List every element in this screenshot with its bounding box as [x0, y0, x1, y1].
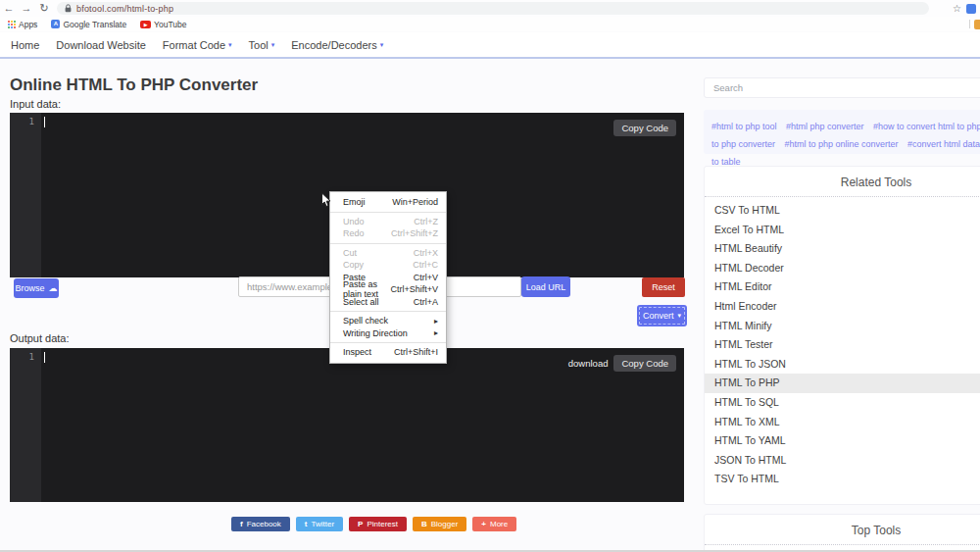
bookmark-youtube[interactable]: ▶ YouTube	[140, 20, 186, 29]
divider	[330, 342, 446, 343]
menu-label: Spell check	[343, 316, 388, 326]
twitter-bird-icon: t	[305, 520, 308, 528]
mouse-cursor-icon	[320, 192, 332, 209]
youtube-icon: ▶	[140, 21, 151, 28]
share-twitter-button[interactable]: t Twitter	[296, 517, 343, 531]
nav-format-code[interactable]: Format Code ▾	[163, 39, 232, 51]
divider	[330, 311, 446, 312]
nav-label: Encode/Decoders	[291, 39, 376, 51]
copy-code-button[interactable]: Copy Code	[613, 355, 676, 372]
translate-icon: A	[51, 20, 60, 28]
blogger-icon: B	[421, 520, 427, 528]
facebook-icon: f	[240, 520, 243, 528]
forward-icon[interactable]: →	[18, 0, 35, 17]
site-nav: Home Download Website Format Code ▾ Tool…	[0, 32, 980, 59]
share-facebook-button[interactable]: f Facebook	[231, 517, 290, 531]
chevron-down-icon: ▾	[271, 41, 275, 49]
tool-link-html-to-php[interactable]: HTML To PHP	[705, 374, 980, 393]
nav-label: Download Website	[56, 39, 146, 51]
download-button[interactable]: download	[568, 358, 609, 369]
share-label: Pinterest	[367, 520, 398, 528]
line-number-gutter: 1	[10, 113, 41, 277]
menu-item-undo: Undo Ctrl+Z	[330, 216, 446, 228]
tool-link-html-to-sql[interactable]: HTML To SQL	[705, 393, 980, 413]
extension-icon[interactable]	[966, 4, 976, 14]
tool-link-html-encoder[interactable]: Html Encoder	[705, 297, 980, 317]
share-label: Twitter	[311, 520, 334, 528]
tool-link-html-to-json[interactable]: HTML To JSON	[705, 355, 980, 375]
tool-link-html-beautify[interactable]: HTML Beautify	[705, 239, 980, 259]
menu-shortcut: Ctrl+A	[414, 297, 438, 307]
tool-link-excel-to-html[interactable]: Excel To HTML	[705, 221, 980, 240]
menu-shortcut: Ctrl+X	[414, 248, 438, 258]
browse-button[interactable]: Browse ☁	[14, 278, 59, 298]
back-icon[interactable]: ←	[0, 0, 18, 17]
menu-item-spell-check[interactable]: Spell check ▸	[330, 315, 446, 327]
menu-item-writing-direction[interactable]: Writing Direction ▸	[330, 327, 446, 340]
tool-link-html-editor[interactable]: HTML Editor	[705, 277, 980, 297]
menu-label: Redo	[343, 228, 365, 238]
top-tools-card: Top Tools Javascript Beautify	[704, 514, 980, 552]
menu-label: Copy	[343, 260, 364, 270]
bookmark-star-icon[interactable]: ☆	[953, 3, 961, 14]
context-menu: Emoji Win+Period Undo Ctrl+Z Redo Ctrl+S…	[329, 191, 447, 364]
related-tools-card: Related Tools CSV To HTML Excel To HTML …	[704, 166, 980, 505]
bookmarks-bar: Apps A Google Translate ▶ YouTube	[0, 17, 980, 31]
related-tools-list: CSV To HTML Excel To HTML HTML Beautify …	[705, 197, 980, 489]
plus-icon: +	[481, 520, 486, 528]
menu-item-inspect[interactable]: Inspect Ctrl+Shift+I	[330, 346, 446, 359]
nav-encode-decoders[interactable]: Encode/Decoders ▾	[291, 39, 383, 51]
reset-button[interactable]: Reset	[642, 277, 685, 297]
share-label: Blogger	[431, 520, 459, 528]
tool-link-html-minify[interactable]: HTML Minify	[705, 317, 980, 336]
convert-button[interactable]: Convert ▾	[637, 305, 687, 326]
tool-link-html-to-yaml[interactable]: HTML To YAML	[705, 431, 980, 451]
menu-shortcut: Ctrl+C	[413, 260, 438, 270]
output-code-area[interactable]: download Copy Code	[41, 348, 684, 502]
tag-link[interactable]: #convert html data to php	[907, 139, 980, 149]
output-editor[interactable]: 1 download Copy Code	[10, 348, 684, 502]
bookmark-apps[interactable]: Apps	[8, 20, 37, 29]
tool-link-html-tester[interactable]: HTML Tester	[705, 335, 980, 355]
nav-tool[interactable]: Tool ▾	[249, 39, 275, 51]
nav-download-website[interactable]: Download Website	[56, 39, 146, 51]
share-pinterest-button[interactable]: P Pinterest	[349, 517, 407, 531]
tag-link[interactable]: #html to php online converter	[785, 139, 899, 149]
browser-toolbar: ← → ↻ bfotool.com/html-to-php ☆	[0, 0, 980, 17]
nav-label: Format Code	[163, 39, 225, 51]
tags-card: #html to php tool #html php converter #h…	[704, 110, 980, 154]
menu-item-cut: Cut Ctrl+X	[330, 247, 446, 260]
tool-link-html-to-xml[interactable]: HTML To XML	[705, 413, 980, 432]
tag-link[interactable]: #how to convert html to php	[873, 122, 980, 131]
load-url-button[interactable]: Load URL	[521, 276, 570, 297]
search-input[interactable]	[704, 77, 980, 98]
menu-item-paste-as-plain-text[interactable]: Paste as plain text Ctrl+Shift+V	[330, 283, 446, 296]
menu-item-emoji[interactable]: Emoji Win+Period	[330, 196, 446, 209]
nav-home[interactable]: Home	[11, 39, 39, 51]
tag-link[interactable]: #html php converter	[786, 122, 864, 131]
browse-label: Browse	[15, 283, 44, 293]
tag-link[interactable]: #html to php tool	[711, 122, 777, 131]
tool-link-html-decoder[interactable]: HTML Decoder	[705, 259, 980, 278]
chevron-down-icon: ▾	[380, 41, 384, 49]
divider	[330, 212, 446, 213]
menu-item-copy: Copy Ctrl+C	[330, 259, 446, 272]
nav-label: Home	[11, 39, 39, 51]
tool-link-json-to-html[interactable]: JSON To HTML	[705, 451, 980, 471]
share-label: More	[490, 520, 508, 528]
line-number-gutter: 1	[10, 348, 41, 502]
bookmark-google-translate[interactable]: A Google Translate	[51, 20, 126, 29]
tool-link-tsv-to-html[interactable]: TSV To HTML	[705, 470, 980, 489]
tool-link-csv-to-html[interactable]: CSV To HTML	[705, 201, 980, 221]
share-blogger-button[interactable]: B Blogger	[413, 517, 466, 531]
share-more-button[interactable]: + More	[472, 517, 516, 531]
reload-icon[interactable]: ↻	[35, 0, 53, 17]
load-url-label: Load URL	[526, 282, 566, 292]
address-bar[interactable]: bfotool.com/html-to-php	[57, 2, 929, 15]
bookmark-icon[interactable]	[974, 20, 980, 29]
bookmark-label: Google Translate	[63, 20, 126, 29]
copy-code-button[interactable]: Copy Code	[613, 120, 676, 136]
menu-label: Cut	[343, 248, 357, 258]
text-caret	[44, 352, 45, 363]
top-tools-title: Top Tools	[705, 515, 980, 545]
